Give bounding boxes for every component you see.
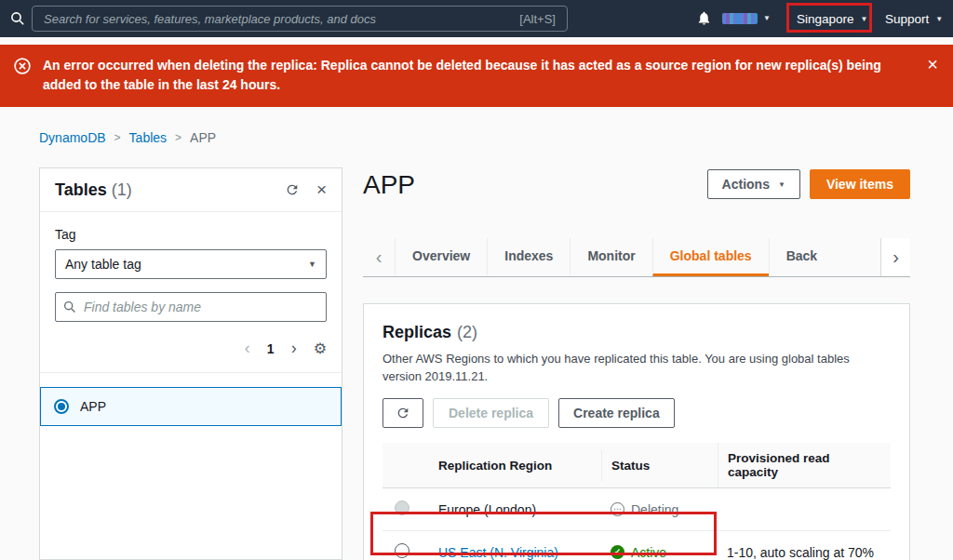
active-status-icon: ✓ (611, 545, 624, 559)
table-row-us-east[interactable]: US East (N. Virginia) ✓ Active 1-10, aut… (383, 531, 891, 560)
replicas-description: Other AWS Regions to which you have repl… (383, 350, 880, 385)
tab-backups[interactable]: Back (769, 238, 834, 276)
tag-label: Tag (55, 227, 327, 242)
replica-capacity (718, 498, 891, 522)
aws-console-screen: Search for services, features, marketpla… (0, 0, 953, 560)
column-header-status: Status (601, 450, 718, 481)
table-search-input[interactable] (55, 292, 327, 322)
error-icon (14, 58, 31, 78)
chevron-down-icon: ▼ (763, 15, 771, 22)
tab-monitor[interactable]: Monitor (570, 238, 651, 276)
page-next-icon[interactable]: › (291, 339, 297, 358)
delete-replica-button[interactable]: Delete replica (433, 398, 549, 428)
radio-selected-icon[interactable] (54, 399, 69, 414)
tables-panel-header: Tables (1) × (40, 168, 342, 212)
tag-filter-value: Any table tag (65, 257, 141, 272)
chevron-down-icon: ▼ (861, 16, 868, 23)
global-search-placeholder: Search for services, features, marketpla… (44, 12, 376, 26)
radio-column-header (383, 457, 429, 473)
tab-global-tables[interactable]: Global tables (652, 238, 769, 276)
refresh-button[interactable] (383, 398, 423, 428)
table-row-europe-london[interactable]: Europe (London) ⋯ Deleting (383, 488, 891, 531)
create-replica-button[interactable]: Create replica (558, 398, 675, 428)
support-menu[interactable]: Support ▼ (885, 12, 943, 26)
refresh-icon[interactable] (285, 182, 300, 197)
global-search-input[interactable]: Search for services, features, marketpla… (32, 6, 568, 32)
actions-button[interactable]: Actions ▼ (707, 169, 800, 199)
tab-overview[interactable]: Overview (395, 238, 487, 276)
replicas-count: (2) (457, 323, 477, 342)
breadcrumb-dynamodb[interactable]: DynamoDB (39, 130, 106, 145)
tab-bar: ‹ Overview Indexes Monitor Global tables… (363, 238, 910, 277)
table-header-row: Replication Region Status Provisioned re… (383, 443, 891, 488)
tables-panel-body: Tag Any table tag ▼ ‹ 1 › ⚙ APP (40, 212, 342, 441)
view-items-button[interactable]: View items (810, 169, 910, 199)
notifications-bell-icon[interactable] (696, 10, 712, 30)
close-icon[interactable]: × (316, 180, 327, 200)
replicas-header: Replicas (2) (383, 323, 891, 342)
support-label: Support (885, 12, 929, 26)
replicas-actions: Delete replica Create replica (383, 398, 891, 428)
tables-panel-title: Tables (55, 180, 107, 200)
table-search (55, 292, 327, 322)
chevron-down-icon: ▼ (935, 16, 943, 23)
region-selector[interactable]: Singapore ▼ (797, 12, 867, 26)
breadcrumb: DynamoDB > Tables > APP (39, 130, 216, 145)
error-banner: An error occurred when deleting the repl… (0, 45, 953, 107)
breadcrumb-separator-icon: > (175, 131, 181, 144)
table-list-item-app[interactable]: APP (40, 387, 342, 426)
replica-capacity: 1-10, auto scaling at 70% (718, 533, 891, 560)
gear-icon[interactable]: ⚙ (314, 340, 327, 357)
tabs-scroll-right-icon[interactable]: › (880, 238, 910, 276)
replica-status: ⋯ Deleting (601, 490, 718, 529)
replica-region: Europe (London) (429, 490, 601, 529)
chevron-down-icon: ▼ (778, 180, 785, 189)
radio-disabled-icon (395, 500, 409, 515)
main-content: APP Actions ▼ View items ‹ Overview Inde… (363, 169, 910, 560)
tab-indexes[interactable]: Indexes (487, 238, 570, 276)
search-icon (63, 300, 76, 313)
refresh-icon (396, 406, 410, 420)
page-previous-icon[interactable]: ‹ (245, 339, 250, 358)
replica-status: ✓ Active (601, 533, 718, 560)
account-menu[interactable]: ▼ (722, 13, 771, 24)
tables-count: (1) (112, 180, 132, 200)
divider (40, 372, 342, 373)
breadcrumb-tables[interactable]: Tables (129, 130, 167, 145)
column-header-capacity: Provisioned read capacity (718, 443, 891, 487)
page-number[interactable]: 1 (267, 341, 275, 356)
error-message: An error occurred when deleting the repl… (43, 56, 901, 95)
breadcrumb-current: APP (190, 130, 216, 145)
pagination: ‹ 1 › ⚙ (55, 339, 327, 358)
deleting-status-icon: ⋯ (611, 502, 624, 516)
radio-unselected-icon[interactable] (395, 543, 409, 558)
search-icon (10, 11, 25, 30)
page-title: APP (363, 169, 415, 201)
table-name: APP (80, 399, 106, 414)
close-icon[interactable]: × (927, 54, 938, 75)
tabs-scroll-left-icon[interactable]: ‹ (363, 238, 395, 276)
tables-panel: Tables (1) × Tag Any table tag ▼ ‹ 1 › (39, 167, 342, 560)
replica-region-link[interactable]: US East (N. Virginia) (438, 545, 558, 560)
header-actions: Actions ▼ View items (707, 169, 910, 199)
replicas-table: Replication Region Status Provisioned re… (383, 443, 891, 560)
replicas-card: Replicas (2) Other AWS Regions to which … (363, 303, 910, 560)
replicas-title: Replicas (383, 323, 451, 342)
account-name-redacted (722, 13, 758, 24)
region-label: Singapore (797, 12, 854, 26)
breadcrumb-separator-icon: > (114, 131, 121, 144)
tag-filter-dropdown[interactable]: Any table tag ▼ (55, 249, 327, 279)
page-header: APP Actions ▼ View items (363, 169, 910, 201)
top-navigation-bar: Search for services, features, marketpla… (0, 0, 953, 37)
chevron-down-icon: ▼ (308, 260, 316, 269)
global-search-shortcut: [Alt+S] (519, 12, 556, 26)
column-header-region: Replication Region (429, 450, 601, 481)
